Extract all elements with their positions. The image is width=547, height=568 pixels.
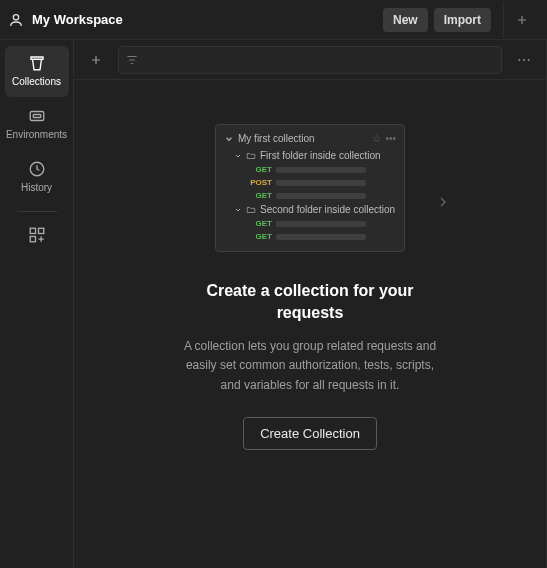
empty-state-title: Create a collection for your requests [185, 280, 435, 323]
empty-state-body: A collection lets you group related requ… [180, 337, 440, 395]
create-collection-button[interactable]: Create Collection [243, 417, 377, 450]
folder-icon [246, 205, 256, 215]
illus-folder2: Second folder inside collection [260, 204, 395, 215]
star-icon: ☆ [372, 133, 381, 144]
filter-bar [74, 40, 546, 80]
sidebar: Collections Environments History [0, 40, 74, 568]
empty-state-illustration: My first collection ☆ ••• First folder i… [195, 124, 425, 252]
request-placeholder-bar [276, 234, 366, 240]
svg-rect-2 [33, 115, 41, 118]
ellipsis-icon [516, 52, 532, 68]
sidebar-item-configure[interactable] [5, 220, 69, 250]
add-button[interactable] [82, 46, 110, 74]
request-placeholder-bar [276, 193, 366, 199]
plus-icon [89, 53, 103, 67]
sidebar-item-label: Environments [6, 129, 67, 140]
svg-rect-4 [30, 228, 35, 233]
environments-icon [28, 107, 46, 125]
svg-rect-6 [38, 228, 43, 233]
chevron-down-icon [234, 206, 242, 214]
plus-icon [515, 13, 529, 27]
filter-icon [125, 53, 139, 67]
ellipsis-icon: ••• [385, 133, 396, 144]
svg-rect-1 [30, 112, 44, 121]
user-icon [8, 12, 24, 28]
method-get: GET [250, 191, 272, 200]
svg-point-7 [518, 58, 520, 60]
illus-collection-title: My first collection [238, 133, 368, 144]
collections-icon [28, 54, 46, 72]
request-placeholder-bar [276, 180, 366, 186]
workspace-name-label: My Workspace [32, 12, 123, 27]
chevron-down-icon [224, 134, 234, 144]
svg-point-9 [528, 58, 530, 60]
illus-folder1: First folder inside collection [260, 150, 381, 161]
method-get: GET [250, 219, 272, 228]
request-placeholder-bar [276, 167, 366, 173]
method-post: POST [250, 178, 272, 187]
workspace-switcher[interactable]: My Workspace [8, 12, 123, 28]
svg-point-8 [523, 58, 525, 60]
sidebar-divider [17, 211, 57, 212]
add-tab-button[interactable] [503, 2, 539, 38]
history-icon [28, 160, 46, 178]
svg-rect-5 [30, 237, 35, 242]
more-options-button[interactable] [510, 46, 538, 74]
sidebar-item-environments[interactable]: Environments [5, 99, 69, 150]
folder-icon [246, 151, 256, 161]
sidebar-item-history[interactable]: History [5, 152, 69, 203]
sidebar-item-label: History [21, 182, 52, 193]
grid-add-icon [28, 226, 46, 244]
import-button[interactable]: Import [434, 8, 491, 32]
request-placeholder-bar [276, 221, 366, 227]
chevron-right-icon [435, 194, 451, 210]
chevron-down-icon [234, 152, 242, 160]
filter-input[interactable] [118, 46, 502, 74]
method-get: GET [250, 232, 272, 241]
sidebar-item-label: Collections [12, 76, 61, 87]
svg-point-0 [13, 14, 18, 19]
method-get: GET [250, 165, 272, 174]
new-button[interactable]: New [383, 8, 428, 32]
sidebar-item-collections[interactable]: Collections [5, 46, 69, 97]
